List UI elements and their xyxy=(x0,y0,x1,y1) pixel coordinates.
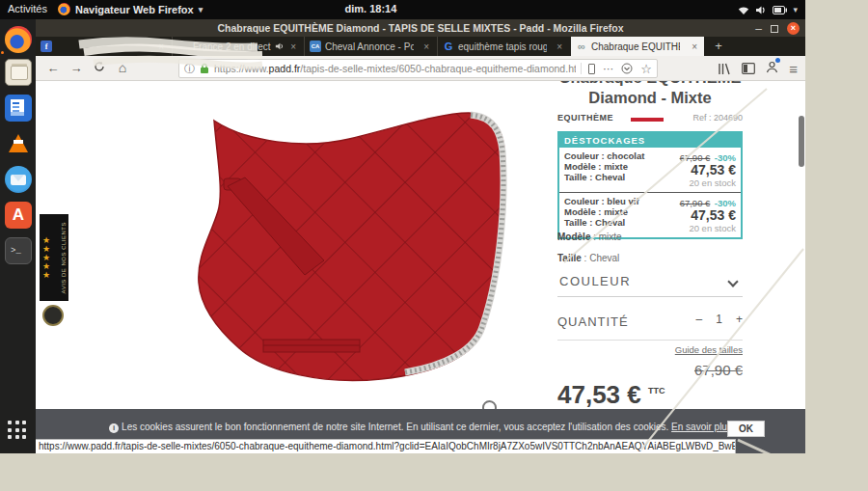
clock[interactable]: dim. 18:14 xyxy=(345,3,397,14)
dock-files[interactable] xyxy=(5,59,32,86)
scrollbar-thumb[interactable] xyxy=(799,116,804,167)
firefox-icon xyxy=(58,3,70,15)
divider xyxy=(557,340,743,341)
address-bar[interactable]: ⓘ https://www.padd.fr/tapis-de-selle-mix… xyxy=(178,59,658,78)
page-actions-icon[interactable]: ⋯ xyxy=(603,64,613,74)
zoom-gallery-icon[interactable] xyxy=(482,400,497,409)
back-button[interactable]: ← xyxy=(44,60,62,77)
france2-icon xyxy=(177,41,189,52)
home-button[interactable]: ⌂ xyxy=(114,60,131,77)
review-seal[interactable] xyxy=(42,305,64,326)
dock-vlc[interactable] xyxy=(5,130,32,157)
dock-terminal[interactable]: >_ xyxy=(5,237,32,264)
qty-minus-button[interactable]: – xyxy=(696,313,703,326)
product-title: Chabraque EQUITHÈME Diamond - Mixte xyxy=(557,81,743,108)
window-titlebar[interactable]: Chabraque EQUITHÈME Diamond - TAPIS DE S… xyxy=(36,19,805,37)
volume-icon xyxy=(755,5,767,15)
cookie-learn-more-link[interactable]: En savoir plus xyxy=(671,422,732,432)
quantity-label: QUANTITÉ xyxy=(557,314,629,329)
facebook-icon: f xyxy=(41,41,52,52)
tab-google-search[interactable]: G equithème tapis rouge d × xyxy=(437,37,569,56)
padd-icon: ∞ xyxy=(576,41,587,52)
chevron-down-icon: ▾ xyxy=(793,5,798,14)
dock-libreoffice-writer[interactable] xyxy=(5,95,32,122)
tab-cheval-annonce[interactable]: CA Cheval Annonce - Portail × xyxy=(304,37,436,56)
tab-close-icon[interactable]: × xyxy=(156,41,166,52)
firefox-window: Chabraque EQUITHÈME Diamond - TAPIS DE S… xyxy=(36,19,805,453)
navigation-toolbar: ← → ⌂ ⓘ https://www.padd.fr/tapis-de-sel… xyxy=(36,56,805,81)
current-price: 47,53 € TTC xyxy=(557,380,665,409)
qty-value[interactable]: 1 xyxy=(716,313,722,326)
pocket-icon[interactable] xyxy=(621,63,633,74)
show-applications-button[interactable] xyxy=(8,421,28,441)
dock-thunderbird[interactable] xyxy=(5,166,32,193)
dock-ubuntu-software[interactable]: A xyxy=(5,202,32,229)
tab-close-icon[interactable]: × xyxy=(288,41,298,52)
gnome-top-bar: Activités Navigateur Web Firefox ▾ dim. … xyxy=(0,0,805,19)
destockages-header: DÉSTOCKAGES xyxy=(559,133,741,148)
maximize-button[interactable] xyxy=(771,25,778,33)
destockage-row: Couleur : bleu vif Modèle : mixte Taille… xyxy=(559,192,741,237)
tab-bar: f × France 2 en direct × CA Cheval Annon… xyxy=(36,37,805,56)
dock-firefox[interactable] xyxy=(5,26,32,53)
google-icon: G xyxy=(443,41,454,52)
cookie-text: Les cookies assurent le bon fonctionneme… xyxy=(122,422,668,432)
quantity-row: QUANTITÉ – 1 + xyxy=(557,313,743,330)
forward-button[interactable]: → xyxy=(68,60,85,77)
cookie-ok-button[interactable]: OK xyxy=(727,421,765,437)
info-icon: i xyxy=(109,423,119,433)
destockages-box: DÉSTOCKAGES Couleur : chocolat Modèle : … xyxy=(557,131,743,239)
destockage-row: Couleur : chocolat Modèle : mixte Taille… xyxy=(559,148,741,192)
reload-button[interactable] xyxy=(91,60,108,77)
running-indicator xyxy=(1,51,4,54)
reader-mode-icon[interactable] xyxy=(588,64,595,74)
tab-close-icon[interactable]: × xyxy=(555,41,564,52)
bookmark-star-icon[interactable]: ☆ xyxy=(640,64,652,74)
cheval-annonce-icon: CA xyxy=(310,41,321,52)
site-info-icon[interactable]: ⓘ xyxy=(184,62,195,76)
qty-plus-button[interactable]: + xyxy=(736,313,743,326)
chevron-down-icon xyxy=(727,276,738,286)
tab-padd-active[interactable]: ∞ Chabraque EQUITHÈME D × xyxy=(571,37,704,56)
product-image[interactable] xyxy=(135,92,550,409)
window-title: Chabraque EQUITHÈME Diamond - TAPIS DE S… xyxy=(36,19,805,37)
product-ref: Ref : 204690 xyxy=(692,113,743,123)
old-price: 67,90 € xyxy=(557,362,743,378)
customer-reviews-badge[interactable]: ★★★★★ AVIS DE NOS CLIENTS xyxy=(40,214,68,301)
tab-facebook[interactable]: f × xyxy=(36,37,171,56)
app-menu-label: Navigateur Web Firefox xyxy=(75,4,194,15)
system-tray[interactable]: ▾ xyxy=(738,2,798,17)
review-badge-label: AVIS DE NOS CLIENTS xyxy=(61,222,67,293)
review-stars: ★★★★★ xyxy=(41,236,51,280)
tab-close-icon[interactable]: × xyxy=(421,41,431,52)
chevron-down-icon: ▾ xyxy=(199,5,203,14)
dock: A >_ xyxy=(0,19,36,453)
library-icon[interactable] xyxy=(718,63,731,75)
status-bar-url: https://www.padd.fr/tapis-de-selle-mixte… xyxy=(36,439,736,453)
account-icon[interactable] xyxy=(766,60,778,77)
window-controls: – × xyxy=(755,22,800,35)
new-tab-button[interactable]: + xyxy=(708,37,729,56)
url-text: https://www.padd.fr/tapis-de-selle-mixte… xyxy=(214,63,576,74)
close-button[interactable]: × xyxy=(787,22,800,35)
couleur-dropdown[interactable]: COULEUR xyxy=(557,270,743,297)
app-menu[interactable]: Navigateur Web Firefox ▾ xyxy=(58,3,203,15)
sidebar-icon[interactable] xyxy=(742,63,755,74)
activities-button[interactable]: Activités xyxy=(8,3,47,14)
tab-close-icon[interactable]: × xyxy=(690,41,699,52)
menu-icon[interactable]: ≡ xyxy=(789,64,798,74)
attribute-taille: Taille : Cheval xyxy=(557,253,619,263)
lock-icon xyxy=(200,63,209,74)
brand-accent-bar xyxy=(631,118,664,122)
brand-name: EQUITHÈME xyxy=(557,113,613,123)
network-icon xyxy=(738,5,749,15)
size-guide-link[interactable]: Guide des tailles xyxy=(557,344,743,355)
tab-audio-icon[interactable] xyxy=(275,41,285,51)
tab-france2[interactable]: France 2 en direct × xyxy=(172,37,303,56)
page-content: ★★★★★ AVIS DE NOS CLIENTS Ch xyxy=(36,81,805,409)
attribute-modele: Modèle : mixte xyxy=(557,232,622,242)
battery-icon xyxy=(773,6,787,14)
product-details: Chabraque EQUITHÈME Diamond - Mixte EQUI… xyxy=(557,81,743,409)
minimize-button[interactable]: – xyxy=(755,23,762,35)
